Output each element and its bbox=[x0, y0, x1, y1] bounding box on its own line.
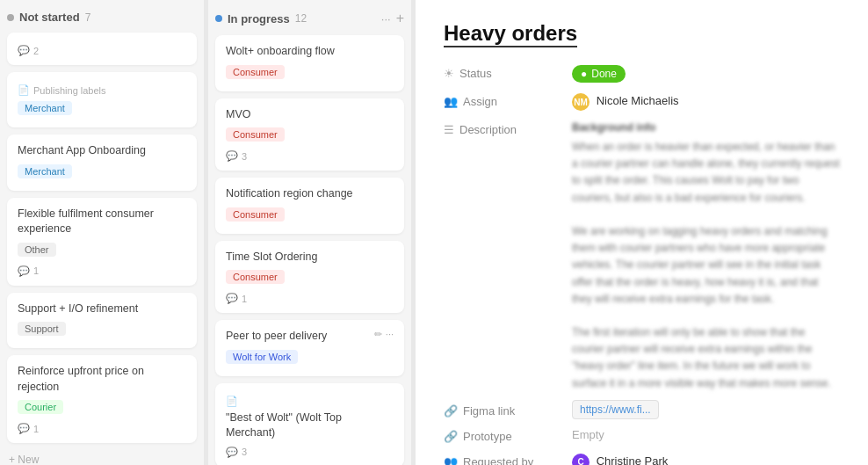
comment-icon-1: 💬 bbox=[18, 45, 30, 56]
card-title-3: Merchant App Onboarding bbox=[18, 143, 186, 159]
mid-tag-5: Wolt for Work bbox=[226, 350, 298, 364]
requested-by-icon: 👥 bbox=[444, 455, 458, 465]
card-not-started-4[interactable]: Flexible fulfilment consumer experience … bbox=[7, 198, 197, 286]
not-started-header: Not started 7 bbox=[7, 11, 197, 24]
mid-card-title-5: Peer to peer delivery bbox=[226, 329, 374, 345]
requested-by-row: 👥 Requested by C Christine Park bbox=[444, 454, 840, 465]
detail-panel: Heavy orders ☀ Status ● Done 👥 Assign NM… bbox=[415, 0, 868, 465]
mid-card-title-6: "Best of Wolt" (Wolt Top Merchant) bbox=[226, 411, 394, 441]
in-progress-actions: ··· + bbox=[381, 11, 404, 26]
prototype-value[interactable]: Empty bbox=[572, 428, 840, 441]
prototype-label: 🔗 Prototype bbox=[444, 428, 558, 443]
figma-value[interactable]: https://www.fi... bbox=[572, 403, 840, 416]
card-inprogress-6[interactable]: 📄 "Best of Wolt" (Wolt Top Merchant) 💬 3 bbox=[215, 383, 404, 466]
card-title-5: Support + I/O refinement bbox=[18, 302, 186, 317]
status-done-badge[interactable]: ● Done bbox=[572, 65, 626, 83]
in-progress-title: In progress bbox=[228, 12, 290, 25]
add-new-label: + New bbox=[9, 454, 39, 465]
more-icon-5[interactable]: ··· bbox=[386, 329, 394, 340]
mid-card-title-2: MVO bbox=[226, 107, 394, 123]
description-label: ☰ Description bbox=[444, 121, 558, 136]
mid-tag-2: Consumer bbox=[226, 127, 285, 142]
status-row: ☀ Status ● Done bbox=[444, 65, 840, 83]
prototype-row: 🔗 Prototype Empty bbox=[444, 428, 840, 443]
mid-tag-3: Consumer bbox=[226, 207, 285, 222]
comment-icon-4: 💬 bbox=[18, 265, 30, 277]
status-icon: ☀ bbox=[444, 67, 454, 80]
add-new-button[interactable]: + New bbox=[7, 450, 197, 465]
detail-title[interactable]: Heavy orders bbox=[444, 21, 577, 47]
comment-count-4: 1 bbox=[33, 265, 39, 276]
card-not-started-2[interactable]: 📄 Publishing labels Merchant bbox=[7, 72, 197, 127]
assign-row: 👥 Assign NM Nicole Michaelis bbox=[444, 93, 840, 111]
figma-icon: 🔗 bbox=[444, 404, 458, 418]
mid-card-title-4: Time Slot Ordering bbox=[226, 250, 394, 265]
not-started-count: 7 bbox=[85, 11, 91, 24]
assign-avatar: NM bbox=[572, 93, 590, 111]
card-meta-6: 💬 1 bbox=[18, 423, 186, 434]
in-progress-header-row: In progress 12 ··· + bbox=[215, 11, 404, 26]
tag-5: Support bbox=[18, 322, 66, 336]
description-icon: ☰ bbox=[444, 123, 454, 136]
tag-6: Courier bbox=[18, 400, 63, 414]
tag-2: Merchant bbox=[18, 101, 72, 115]
card-not-started-5[interactable]: Support + I/O refinement Support bbox=[7, 293, 197, 349]
description-row: ☰ Description Background info When an or… bbox=[444, 121, 840, 392]
tag-4: Other bbox=[18, 243, 56, 257]
comment-icon-m2: 💬 bbox=[226, 150, 238, 162]
mid-tag-4: Consumer bbox=[226, 270, 285, 284]
file-icon-m6: 📄 bbox=[226, 396, 238, 407]
add-icon[interactable]: + bbox=[396, 11, 404, 26]
status-dot-inline: ● bbox=[581, 68, 587, 80]
card-not-started-6[interactable]: Reinforce upfront price on rejection Cou… bbox=[7, 355, 197, 443]
file-meta-2: 📄 Publishing labels bbox=[18, 84, 186, 96]
mid-tag-1: Consumer bbox=[226, 65, 285, 79]
card-title-6: Reinforce upfront price on rejection bbox=[18, 364, 186, 395]
mid-card-meta-4: 💬 1 bbox=[226, 293, 394, 304]
card-not-started-3[interactable]: Merchant App Onboarding Merchant bbox=[7, 134, 197, 191]
comment-icon-6: 💬 bbox=[18, 423, 30, 434]
comment-icon-m4: 💬 bbox=[226, 293, 238, 304]
description-body: When an order is heavier than expected, … bbox=[572, 139, 840, 392]
not-started-column: Not started 7 💬 2 📄 Publishing labels Me… bbox=[0, 0, 204, 465]
mid-card-title-1: Wolt+ onboarding flow bbox=[226, 44, 394, 60]
in-progress-header: In progress 12 bbox=[215, 12, 307, 25]
card-inprogress-4[interactable]: Time Slot Ordering Consumer 💬 1 bbox=[215, 241, 404, 314]
in-progress-column: In progress 12 ··· + Wolt+ onboarding fl… bbox=[207, 0, 411, 465]
assign-value[interactable]: NM Nicole Michaelis bbox=[572, 93, 840, 111]
status-label: ☀ Status bbox=[444, 65, 558, 80]
description-value: Background info When an order is heavier… bbox=[572, 121, 840, 392]
tag-3: Merchant bbox=[18, 164, 72, 178]
assign-icon: 👥 bbox=[444, 95, 458, 108]
in-progress-dot bbox=[215, 15, 222, 22]
card-inprogress-1[interactable]: Wolt+ onboarding flow Consumer bbox=[215, 35, 404, 91]
requested-by-avatar: C bbox=[572, 454, 590, 465]
card-title-2: Publishing labels bbox=[33, 85, 106, 96]
file-icon-2: 📄 bbox=[18, 84, 30, 96]
comment-count-m4: 1 bbox=[242, 294, 247, 304]
mid-card-meta-6: 💬 3 bbox=[226, 447, 394, 458]
requested-by-value[interactable]: C Christine Park bbox=[572, 454, 840, 465]
card-title-4: Flexible fulfilment consumer experience bbox=[18, 207, 186, 237]
figma-row: 🔗 Figma link https://www.fi... bbox=[444, 403, 840, 418]
prototype-icon: 🔗 bbox=[444, 430, 458, 443]
figma-link-text[interactable]: https://www.fi... bbox=[572, 400, 659, 419]
card-inprogress-5[interactable]: Peer to peer delivery ✏ ··· Wolt for Wor… bbox=[215, 320, 404, 376]
comment-count-6: 1 bbox=[33, 424, 39, 434]
card-not-started-1[interactable]: 💬 2 bbox=[7, 33, 197, 65]
requested-by-label: 👥 Requested by bbox=[444, 454, 558, 465]
status-value[interactable]: ● Done bbox=[572, 65, 840, 83]
card-inprogress-3[interactable]: Notification region change Consumer bbox=[215, 178, 404, 234]
mid-file-6: 📄 bbox=[226, 396, 394, 407]
more-icon[interactable]: ··· bbox=[381, 12, 391, 25]
comment-icon-m6: 💬 bbox=[226, 447, 238, 458]
comment-count-m2: 3 bbox=[242, 151, 247, 162]
card-meta-4: 💬 1 bbox=[18, 265, 186, 277]
not-started-dot bbox=[7, 14, 14, 21]
assign-label: 👥 Assign bbox=[444, 93, 558, 108]
card-5-actions: ✏ ··· bbox=[374, 329, 394, 340]
comment-count-1: 2 bbox=[33, 46, 39, 56]
in-progress-count: 12 bbox=[295, 12, 307, 25]
pencil-icon-5[interactable]: ✏ bbox=[374, 329, 382, 340]
card-inprogress-2[interactable]: MVO Consumer 💬 3 bbox=[215, 98, 404, 171]
